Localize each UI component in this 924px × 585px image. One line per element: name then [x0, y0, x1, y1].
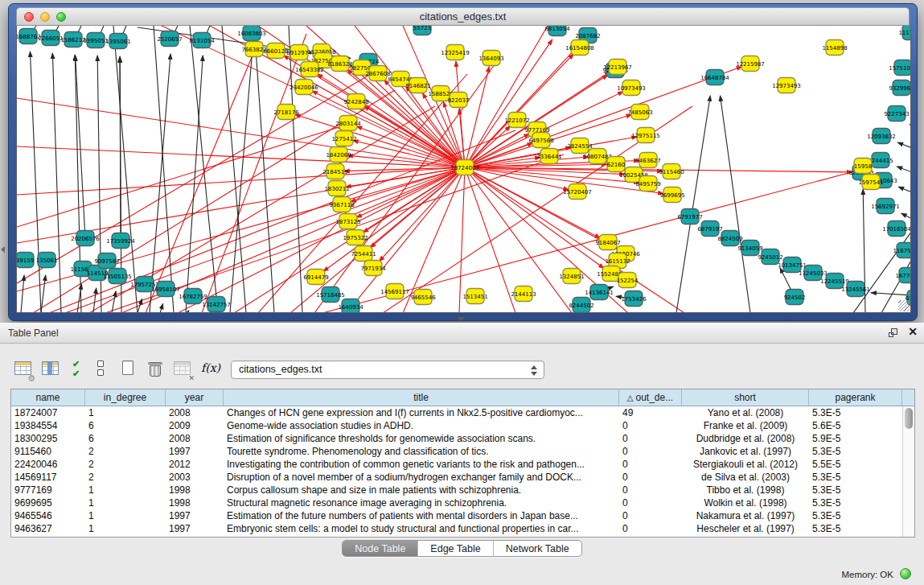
graph-node[interactable]: 135061 — [36, 253, 58, 268]
graph-node[interactable]: 12093832 — [867, 129, 896, 144]
graph-node[interactable]: 8813054 — [544, 26, 570, 36]
tab-network-table[interactable]: Network Table — [493, 541, 581, 556]
graph-node[interactable]: 9367118 — [329, 197, 354, 212]
graph-node[interactable]: 16648784 — [700, 70, 729, 85]
graph-node[interactable]: 12975115 — [631, 128, 660, 143]
graph-edge[interactable] — [897, 167, 911, 172]
graph-node[interactable]: 1167534 — [893, 243, 911, 258]
graph-edge[interactable] — [910, 124, 911, 126]
table-row[interactable]: 969969511998Structural magnetic resonanc… — [11, 496, 914, 509]
graph-node[interactable]: 1586212 — [60, 32, 85, 47]
graph-node[interactable]: 9463627 — [635, 153, 660, 168]
graph-node[interactable]: 1513451 — [462, 289, 487, 304]
table-row[interactable]: 911546021997Tourette syndrome. Phenomeno… — [11, 445, 914, 458]
graph-node[interactable]: 1688762 — [17, 29, 41, 44]
column-header-out_de[interactable]: △out_de... — [619, 389, 682, 406]
graph-edge[interactable] — [30, 51, 41, 313]
delete-table-icon[interactable] — [145, 358, 166, 381]
graph-node[interactable]: 1677053 — [895, 268, 911, 283]
graph-node[interactable]: 8660128 — [263, 43, 288, 59]
graph-node[interactable]: 8244502 — [569, 298, 593, 313]
graph-node[interactable]: 9699695 — [659, 187, 684, 203]
scrollbar-thumb[interactable] — [905, 408, 913, 429]
graph-node[interactable]: 8824509 — [717, 231, 742, 246]
graph-node[interactable]: 6497568 — [528, 133, 553, 148]
graph-edge[interactable] — [187, 311, 189, 313]
graph-node[interactable]: 2266051 — [38, 31, 63, 46]
network-view-window[interactable]: citations_edges.txt 16887622266051158621… — [8, 3, 918, 321]
graph-node[interactable]: 1873125 — [335, 214, 360, 229]
table-selector-dropdown[interactable]: citations_edges.txt — [231, 360, 544, 379]
graph-edge[interactable] — [17, 122, 355, 227]
graph-node[interactable]: 12215987 — [736, 56, 765, 72]
graph-edge[interactable] — [363, 106, 465, 167]
graph-edge[interactable] — [17, 74, 371, 283]
graph-node[interactable]: 6791977 — [677, 209, 702, 225]
graph-node[interactable]: 9465546 — [410, 290, 436, 305]
graph-node[interactable]: 9146821 — [405, 78, 430, 93]
graph-edge[interactable] — [465, 67, 489, 167]
graph-node[interactable]: 1364093 — [478, 51, 503, 66]
graph-node[interactable]: 62160 — [607, 157, 625, 172]
graph-node[interactable]: 2718176 — [273, 105, 299, 120]
graph-node[interactable]: 1640934 — [338, 299, 363, 314]
graph-node[interactable]: 2520657 — [157, 31, 182, 47]
graph-node[interactable]: 1975322 — [343, 230, 368, 245]
graph-node[interactable]: 12325419 — [441, 45, 470, 60]
graph-node[interactable]: 1324851 — [559, 269, 584, 284]
column-header-year[interactable]: year — [166, 389, 224, 406]
graph-node[interactable]: 2336441 — [536, 149, 561, 164]
graph-node[interactable]: 1842069 — [326, 147, 351, 163]
graph-edge[interactable] — [465, 167, 618, 249]
close-icon[interactable]: ✕ — [908, 325, 918, 338]
graph-node[interactable]: 15720407 — [563, 184, 592, 200]
resize-grip[interactable] — [898, 300, 910, 311]
network-canvas[interactable]: 1688762226605115862129395051139506125206… — [16, 26, 911, 313]
graph-edge[interactable] — [910, 238, 911, 240]
function-builder-icon[interactable]: f(x) — [199, 358, 220, 381]
node-table[interactable]: namein_degreeyeartitle△out_de...shortpag… — [10, 389, 915, 538]
memory-ok-led-icon[interactable] — [900, 568, 911, 579]
table-row[interactable]: 1456911722003Disruption of a novel membe… — [11, 471, 914, 484]
graph-edge[interactable] — [465, 39, 552, 167]
column-header-name[interactable]: name — [11, 389, 85, 406]
vertical-scrollbar[interactable] — [902, 406, 914, 537]
graph-node[interactable]: 6879197 — [697, 221, 722, 237]
graph-edge[interactable] — [120, 57, 121, 241]
graph-node[interactable]: 152254 — [617, 273, 639, 288]
graph-edge[interactable] — [52, 53, 61, 313]
graph-node[interactable]: 7485063 — [627, 105, 652, 120]
minimize-window-button[interactable] — [40, 12, 50, 22]
graph-node[interactable]: 15751074 — [889, 60, 911, 76]
graph-node[interactable]: 9395051 — [83, 33, 108, 48]
column-header-short[interactable]: short — [682, 389, 809, 406]
table-row[interactable]: 977716911998Corpus callosum shape and si… — [11, 484, 914, 496]
citation-graph[interactable]: 1688762226605115862129395051139506125206… — [17, 26, 911, 313]
graph-node[interactable]: 822037 — [448, 93, 470, 108]
table-row[interactable]: 1872400712008Changes of HCN gene express… — [11, 406, 914, 419]
graph-edge[interactable] — [150, 54, 170, 313]
column-visibility-icon[interactable] — [40, 358, 61, 381]
row-height-icon[interactable] — [90, 358, 111, 381]
collapsed-west-panel-handle[interactable] — [1, 246, 5, 253]
table-type-segmented-control[interactable]: Node TableEdge TableNetwork Table — [342, 540, 581, 557]
graph-node[interactable]: 9097587 — [94, 253, 119, 269]
graph-node[interactable]: 9329966 — [889, 80, 911, 96]
tab-node-table[interactable]: Node Table — [343, 541, 417, 556]
table-row[interactable]: 1938455462009Genome-wide association stu… — [11, 419, 914, 432]
graph-node[interactable]: 1221072 — [504, 113, 529, 128]
graph-edge[interactable] — [898, 187, 911, 192]
graph-node[interactable]: 1597541 — [858, 175, 883, 190]
graph-node[interactable]: 12973493 — [772, 78, 801, 93]
graph-node[interactable]: 1395061 — [105, 34, 130, 49]
graph-node[interactable]: 8495759 — [635, 176, 660, 192]
row-select-mode-icon[interactable]: ✔ ✔ — [68, 358, 88, 381]
table-row[interactable]: 1830029562008Estimation of significance … — [11, 432, 914, 445]
graph-node[interactable]: 6914479 — [303, 270, 328, 285]
float-window-icon[interactable] — [889, 328, 898, 338]
graph-node[interactable]: 1830211 — [324, 181, 349, 196]
graph-node[interactable]: 15718485 — [316, 287, 345, 303]
graph-node[interactable]: 7254411 — [351, 246, 376, 262]
graph-node[interactable]: 2144113 — [511, 286, 536, 302]
graph-node[interactable]: 1117305 — [898, 26, 911, 40]
